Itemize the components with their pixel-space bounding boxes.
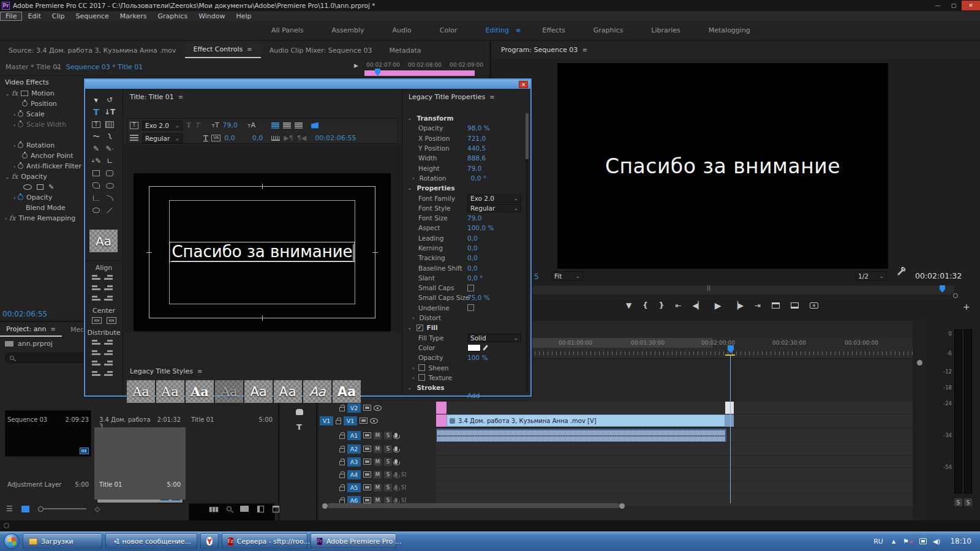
mute-button[interactable]: M (374, 432, 382, 440)
stopwatch-icon[interactable] (18, 111, 23, 117)
distribute-even-v-button[interactable] (104, 370, 113, 377)
property-row[interactable]: Aspect100,0 % (402, 223, 530, 233)
workspace-color[interactable]: Color (440, 26, 458, 34)
property-row[interactable]: Kerning0,0 (402, 243, 530, 253)
mute-button[interactable]: M (374, 471, 382, 479)
program-tab[interactable]: Program: Sequence 03≡ (491, 41, 980, 58)
property-row[interactable]: Slant0,0 ° (402, 273, 530, 283)
align-right-button[interactable] (295, 122, 303, 129)
ellipse-mask-icon[interactable] (23, 184, 32, 190)
mute-button[interactable]: M (374, 484, 382, 492)
timeline-h-scrollbar[interactable] (318, 502, 625, 509)
mute-button[interactable]: M (374, 458, 382, 466)
workspace-effects[interactable]: Effects (542, 26, 565, 34)
master-clip-label[interactable]: Master * Title 01 (6, 63, 61, 71)
distribute-top-button[interactable] (104, 339, 113, 346)
add-marker-button[interactable]: ▼ (626, 301, 631, 310)
vertical-type-tool[interactable]: ↓T (103, 106, 116, 118)
icon-view-icon[interactable] (21, 506, 29, 512)
align-center-v-button[interactable] (104, 285, 113, 291)
ec-mini-clip-bar[interactable] (364, 70, 475, 76)
track-badge[interactable]: V1 (344, 416, 357, 425)
track-badge[interactable]: A5 (347, 483, 361, 492)
selection-tool[interactable] (89, 94, 103, 106)
go-to-in-button[interactable]: ⇤ (675, 301, 681, 310)
style-swatch[interactable]: Aa (127, 380, 155, 403)
menu-file[interactable]: File (0, 12, 22, 21)
delete-anchor-tool[interactable]: ✎- (103, 143, 116, 155)
line-tool[interactable] (103, 204, 116, 216)
panel-menu-icon[interactable]: ≡ (178, 94, 183, 100)
panel-menu-icon[interactable]: ≡ (51, 326, 56, 332)
fill-header-row[interactable]: ⌄✓Fill (402, 323, 530, 332)
start-button[interactable] (4, 533, 20, 549)
property-row[interactable]: Tracking0,0 (402, 253, 530, 263)
align-bottom-button[interactable] (104, 295, 113, 302)
track-badge[interactable]: A3 (347, 457, 361, 467)
style-swatch[interactable]: Aa (244, 380, 273, 403)
mic-icon[interactable] (394, 485, 398, 490)
taskbar-premiere[interactable]: Pr Adobe Premiere Pro ... (311, 533, 396, 549)
tab-audio-clip-mixer[interactable]: Audio Clip Mixer: Sequence 03 (261, 43, 381, 58)
settings-wrench-icon[interactable] (897, 269, 904, 276)
clip-title-selected[interactable] (725, 402, 734, 414)
property-row[interactable]: Add (402, 392, 530, 399)
sequence-clip-label[interactable]: Sequence 03 * Title 01 (66, 63, 143, 71)
track-badge[interactable]: A4 (347, 470, 361, 479)
sync-lock-icon[interactable] (363, 484, 371, 490)
transform-header-row[interactable]: ⌄Transform (402, 113, 530, 123)
taskbar-yandex[interactable]: Y (200, 533, 219, 549)
pen-tool[interactable]: ✎ (89, 143, 103, 155)
automate-icon[interactable]: ◇ (95, 505, 100, 513)
title-text-box[interactable]: Спасибо за внимание (169, 242, 355, 262)
track-output-eye-icon[interactable] (370, 418, 378, 424)
tab-source[interactable]: Source: 3.4 Дом. работа 3, Кузьмина Анна… (0, 43, 185, 58)
font-style-select[interactable]: Regular⌄ (142, 133, 183, 143)
sync-lock-icon[interactable] (363, 446, 371, 452)
small-caps-checkbox[interactable] (467, 285, 474, 291)
new-bin-icon[interactable] (240, 506, 249, 512)
solo-button[interactable]: S (384, 458, 392, 466)
step-forward-button[interactable]: ▕▶ (733, 301, 744, 310)
project-item-label[interactable]: Title 015:00 (97, 480, 183, 489)
timeline-playhead-line[interactable] (730, 354, 731, 503)
workspace-editing[interactable]: Editing (486, 26, 509, 34)
network-icon[interactable] (919, 538, 927, 544)
tab-effect-controls[interactable]: Effect Controls≡ (185, 42, 261, 58)
property-row[interactable]: X Position721,0 (402, 133, 530, 143)
align-center-h-button[interactable] (92, 285, 100, 291)
mic-icon[interactable] (394, 433, 398, 438)
workspace-all-panels[interactable]: All Panels (271, 26, 304, 34)
add-anchor-tool[interactable]: +✎ (89, 155, 103, 167)
solo-button[interactable]: S (384, 445, 392, 453)
new-item-icon[interactable] (257, 506, 264, 512)
menu-window[interactable]: Window (193, 12, 230, 21)
lift-button[interactable] (772, 302, 780, 309)
align-center-button[interactable] (283, 122, 291, 129)
language-indicator[interactable]: RU (873, 538, 883, 545)
rectangle-tool[interactable] (89, 167, 103, 179)
clip-pink[interactable] (436, 414, 447, 427)
ellipse-tool[interactable] (89, 204, 103, 216)
font-style-dropdown[interactable]: Regular⌄ (467, 204, 521, 212)
mark-out-button[interactable]: } (659, 301, 665, 310)
property-row[interactable]: Font Style Regular⌄ (402, 203, 530, 213)
distribute-left-button[interactable] (92, 339, 100, 346)
sync-lock-icon[interactable] (360, 418, 368, 424)
current-style-swatch[interactable]: Aa (89, 230, 118, 252)
chevron-down-icon[interactable]: ⌄ (55, 64, 60, 70)
lock-icon[interactable] (339, 435, 345, 439)
menu-sequence[interactable]: Sequence (70, 12, 115, 21)
stopwatch-icon[interactable] (22, 101, 28, 107)
title-canvas[interactable]: Спасибо за внимание (134, 173, 391, 331)
rotation-tool[interactable]: ↺ (103, 94, 116, 106)
clip-audio[interactable] (436, 429, 726, 442)
volume-icon[interactable]: ◀) (933, 538, 941, 545)
property-row[interactable]: Fill Type Solid⌄ (402, 333, 530, 343)
align-left-button[interactable] (92, 274, 100, 281)
track-badge[interactable]: A1 (347, 431, 361, 440)
arc-tool[interactable] (103, 192, 116, 204)
mic-icon[interactable] (394, 459, 398, 464)
stopwatch-icon[interactable] (18, 143, 23, 148)
stopwatch-icon[interactable] (22, 153, 28, 159)
